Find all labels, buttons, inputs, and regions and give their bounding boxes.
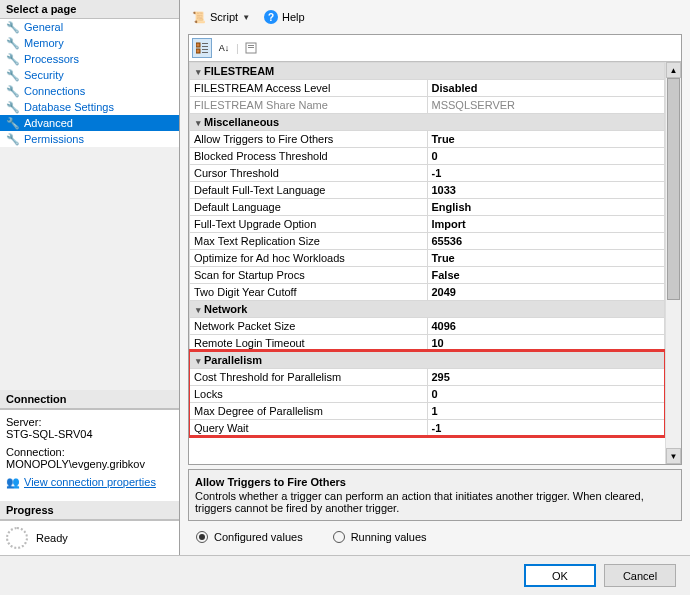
property-value[interactable]: True — [427, 250, 665, 267]
collapse-icon[interactable]: ▾ — [192, 356, 204, 366]
vertical-scrollbar[interactable]: ▲ ▼ — [665, 62, 681, 464]
property-row[interactable]: Cursor Threshold-1 — [190, 165, 665, 182]
property-value[interactable]: -1 — [427, 165, 665, 182]
property-row[interactable]: Max Text Replication Size65536 — [190, 233, 665, 250]
property-value[interactable]: Import — [427, 216, 665, 233]
property-value[interactable]: 10 — [427, 335, 665, 352]
wrench-icon: 🔧 — [6, 36, 20, 50]
property-label: Allow Triggers to Fire Others — [190, 131, 428, 148]
radio-label: Running values — [351, 531, 427, 543]
sidebar-item-label: Memory — [24, 37, 64, 49]
script-button[interactable]: 📜 Script ▼ — [188, 9, 254, 26]
property-row[interactable]: Max Degree of Parallelism1 — [190, 403, 665, 420]
help-label: Help — [282, 11, 305, 23]
property-label: Query Wait — [190, 420, 428, 437]
people-icon: 👥 — [6, 476, 20, 488]
running-values-radio[interactable]: Running values — [333, 531, 427, 543]
property-label: Max Text Replication Size — [190, 233, 428, 250]
scroll-thumb[interactable] — [667, 78, 680, 300]
connection-label: Connection: — [6, 446, 173, 458]
property-row[interactable]: FILESTREAM Access LevelDisabled — [190, 80, 665, 97]
sidebar-item-security[interactable]: 🔧Security — [0, 67, 179, 83]
property-row[interactable]: FILESTREAM Share NameMSSQLSERVER — [190, 97, 665, 114]
property-pages-button[interactable] — [241, 38, 261, 58]
category-row[interactable]: ▾Parallelism — [190, 352, 665, 369]
svg-rect-1 — [202, 43, 208, 44]
property-value[interactable]: 4096 — [427, 318, 665, 335]
sidebar-item-general[interactable]: 🔧General — [0, 19, 179, 35]
property-row[interactable]: Default LanguageEnglish — [190, 199, 665, 216]
property-value[interactable]: 1033 — [427, 182, 665, 199]
sidebar-item-label: Security — [24, 69, 64, 81]
scroll-up-button[interactable]: ▲ — [666, 62, 681, 78]
property-row[interactable]: Two Digit Year Cutoff2049 — [190, 284, 665, 301]
property-row[interactable]: Query Wait-1 — [190, 420, 665, 437]
sidebar-item-connections[interactable]: 🔧Connections — [0, 83, 179, 99]
progress-spinner-icon — [6, 527, 28, 549]
property-label: Network Packet Size — [190, 318, 428, 335]
property-row[interactable]: Full-Text Upgrade OptionImport — [190, 216, 665, 233]
property-value[interactable]: English — [427, 199, 665, 216]
sidebar-item-memory[interactable]: 🔧Memory — [0, 35, 179, 51]
property-value[interactable]: True — [427, 131, 665, 148]
category-label: Miscellaneous — [204, 116, 279, 128]
category-row[interactable]: ▾Network — [190, 301, 665, 318]
property-row[interactable]: Locks0 — [190, 386, 665, 403]
cancel-button[interactable]: Cancel — [604, 564, 676, 587]
values-mode-row: Configured values Running values — [188, 521, 682, 547]
property-row[interactable]: Blocked Process Threshold0 — [190, 148, 665, 165]
property-label: Remote Login Timeout — [190, 335, 428, 352]
property-value[interactable]: 1 — [427, 403, 665, 420]
sidebar-item-database-settings[interactable]: 🔧Database Settings — [0, 99, 179, 115]
property-value[interactable]: 0 — [427, 386, 665, 403]
sidebar-item-label: Processors — [24, 53, 79, 65]
main-panel: 📜 Script ▼ ? Help A↓ | ▾FILESTREAMF — [180, 0, 690, 555]
property-value[interactable]: 65536 — [427, 233, 665, 250]
collapse-icon[interactable]: ▾ — [192, 67, 204, 77]
ok-button[interactable]: OK — [524, 564, 596, 587]
property-row[interactable]: Network Packet Size4096 — [190, 318, 665, 335]
property-row[interactable]: Optimize for Ad hoc WorkloadsTrue — [190, 250, 665, 267]
scroll-down-button[interactable]: ▼ — [666, 448, 681, 464]
property-label: Scan for Startup Procs — [190, 267, 428, 284]
categorized-view-button[interactable] — [192, 38, 212, 58]
view-connection-properties-link[interactable]: View connection properties — [24, 476, 156, 488]
sidebar-item-permissions[interactable]: 🔧Permissions — [0, 131, 179, 147]
sidebar-item-processors[interactable]: 🔧Processors — [0, 51, 179, 67]
property-row[interactable]: Default Full-Text Language1033 — [190, 182, 665, 199]
category-label: FILESTREAM — [204, 65, 274, 77]
property-value[interactable]: False — [427, 267, 665, 284]
server-label: Server: — [6, 416, 173, 428]
property-row[interactable]: Scan for Startup ProcsFalse — [190, 267, 665, 284]
property-table: ▾FILESTREAMFILESTREAM Access LevelDisabl… — [189, 62, 665, 437]
property-value[interactable]: Disabled — [427, 80, 665, 97]
wrench-icon: 🔧 — [6, 100, 20, 114]
property-label: FILESTREAM Access Level — [190, 80, 428, 97]
script-label: Script — [210, 11, 238, 23]
connection-panel: Server:STG-SQL-SRV04 Connection:MONOPOLY… — [0, 409, 179, 501]
property-row[interactable]: Cost Threshold for Parallelism295 — [190, 369, 665, 386]
sidebar: Select a page 🔧General 🔧Memory 🔧Processo… — [0, 0, 180, 555]
property-value[interactable]: MSSQLSERVER — [427, 97, 665, 114]
sidebar-item-advanced[interactable]: 🔧Advanced — [0, 115, 179, 131]
alphabetical-view-button[interactable]: A↓ — [214, 38, 234, 58]
property-value[interactable]: -1 — [427, 420, 665, 437]
help-button[interactable]: ? Help — [260, 8, 309, 26]
property-row[interactable]: Remote Login Timeout10 — [190, 335, 665, 352]
property-value[interactable]: 2049 — [427, 284, 665, 301]
property-value[interactable]: 295 — [427, 369, 665, 386]
collapse-icon[interactable]: ▾ — [192, 118, 204, 128]
category-row[interactable]: ▾FILESTREAM — [190, 63, 665, 80]
configured-values-radio[interactable]: Configured values — [196, 531, 303, 543]
property-label: Default Full-Text Language — [190, 182, 428, 199]
wrench-icon: 🔧 — [6, 68, 20, 82]
property-label: Optimize for Ad hoc Workloads — [190, 250, 428, 267]
property-value[interactable]: 0 — [427, 148, 665, 165]
radio-icon — [196, 531, 208, 543]
property-label: Two Digit Year Cutoff — [190, 284, 428, 301]
property-label: Cost Threshold for Parallelism — [190, 369, 428, 386]
category-row[interactable]: ▾Miscellaneous — [190, 114, 665, 131]
collapse-icon[interactable]: ▾ — [192, 305, 204, 315]
wrench-icon: 🔧 — [6, 20, 20, 34]
property-row[interactable]: Allow Triggers to Fire OthersTrue — [190, 131, 665, 148]
